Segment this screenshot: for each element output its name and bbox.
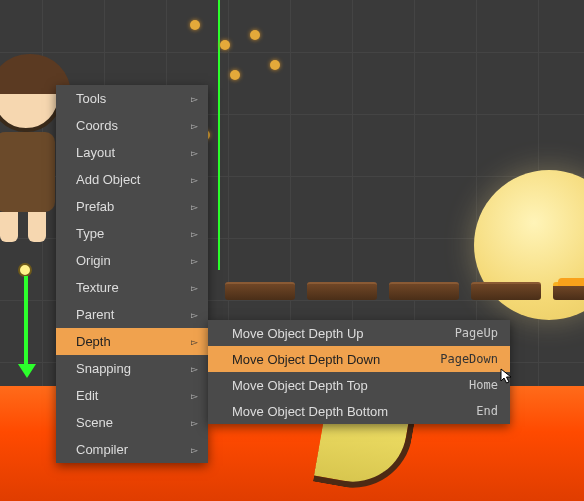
context-submenu-depth: Move Object Depth Up PageUp Move Object …	[208, 320, 510, 424]
submenu-item-label: Move Object Depth Down	[232, 352, 380, 367]
submenu-item-shortcut: PageDown	[440, 352, 498, 366]
menu-item-layout[interactable]: Layout ▻	[56, 139, 208, 166]
menu-item-depth[interactable]: Depth ▻	[56, 328, 208, 355]
context-menu: Tools ▻ Coords ▻ Layout ▻ Add Object ▻ P…	[56, 85, 208, 463]
submenu-arrow-icon: ▻	[191, 256, 198, 266]
platform-sprite	[225, 282, 295, 300]
submenu-arrow-icon: ▻	[191, 283, 198, 293]
platform-sprite	[307, 282, 377, 300]
menu-item-compiler[interactable]: Compiler ▻	[56, 436, 208, 463]
menu-item-edit[interactable]: Edit ▻	[56, 382, 208, 409]
menu-item-label: Layout	[76, 145, 115, 160]
submenu-item-shortcut: End	[476, 404, 498, 418]
submenu-item-shortcut: Home	[469, 378, 498, 392]
menu-item-texture[interactable]: Texture ▻	[56, 274, 208, 301]
menu-item-label: Tools	[76, 91, 106, 106]
menu-item-add-object[interactable]: Add Object ▻	[56, 166, 208, 193]
submenu-item-move-depth-up[interactable]: Move Object Depth Up PageUp	[208, 320, 510, 346]
menu-item-parent[interactable]: Parent ▻	[56, 301, 208, 328]
submenu-item-shortcut: PageUp	[455, 326, 498, 340]
menu-item-label: Origin	[76, 253, 111, 268]
menu-item-origin[interactable]: Origin ▻	[56, 247, 208, 274]
menu-item-snapping[interactable]: Snapping ▻	[56, 355, 208, 382]
menu-item-label: Compiler	[76, 442, 128, 457]
submenu-arrow-icon: ▻	[191, 175, 198, 185]
menu-item-label: Parent	[76, 307, 114, 322]
submenu-arrow-icon: ▻	[191, 229, 198, 239]
menu-item-label: Texture	[76, 280, 119, 295]
platform-row	[225, 282, 584, 300]
submenu-arrow-icon: ▻	[191, 364, 198, 374]
menu-item-label: Scene	[76, 415, 113, 430]
menu-item-prefab[interactable]: Prefab ▻	[56, 193, 208, 220]
menu-item-tools[interactable]: Tools ▻	[56, 85, 208, 112]
platform-sprite	[471, 282, 541, 300]
platform-gold-sprite	[553, 282, 584, 300]
submenu-arrow-icon: ▻	[191, 121, 198, 131]
submenu-item-label: Move Object Depth Up	[232, 326, 364, 341]
menu-item-label: Edit	[76, 388, 98, 403]
submenu-item-move-depth-bottom[interactable]: Move Object Depth Bottom End	[208, 398, 510, 424]
menu-item-label: Coords	[76, 118, 118, 133]
menu-item-label: Prefab	[76, 199, 114, 214]
submenu-arrow-icon: ▻	[191, 391, 198, 401]
menu-item-label: Type	[76, 226, 104, 241]
submenu-arrow-icon: ▻	[191, 418, 198, 428]
menu-item-scene[interactable]: Scene ▻	[56, 409, 208, 436]
submenu-arrow-icon: ▻	[191, 94, 198, 104]
menu-item-type[interactable]: Type ▻	[56, 220, 208, 247]
menu-item-label: Add Object	[76, 172, 140, 187]
submenu-item-label: Move Object Depth Bottom	[232, 404, 388, 419]
submenu-item-move-depth-top[interactable]: Move Object Depth Top Home	[208, 372, 510, 398]
submenu-arrow-icon: ▻	[191, 337, 198, 347]
submenu-arrow-icon: ▻	[191, 148, 198, 158]
submenu-arrow-icon: ▻	[191, 202, 198, 212]
submenu-item-move-depth-down[interactable]: Move Object Depth Down PageDown	[208, 346, 510, 372]
menu-item-label: Depth	[76, 334, 111, 349]
submenu-arrow-icon: ▻	[191, 445, 198, 455]
menu-item-coords[interactable]: Coords ▻	[56, 112, 208, 139]
submenu-item-label: Move Object Depth Top	[232, 378, 368, 393]
submenu-arrow-icon: ▻	[191, 310, 198, 320]
menu-item-label: Snapping	[76, 361, 131, 376]
platform-sprite	[389, 282, 459, 300]
